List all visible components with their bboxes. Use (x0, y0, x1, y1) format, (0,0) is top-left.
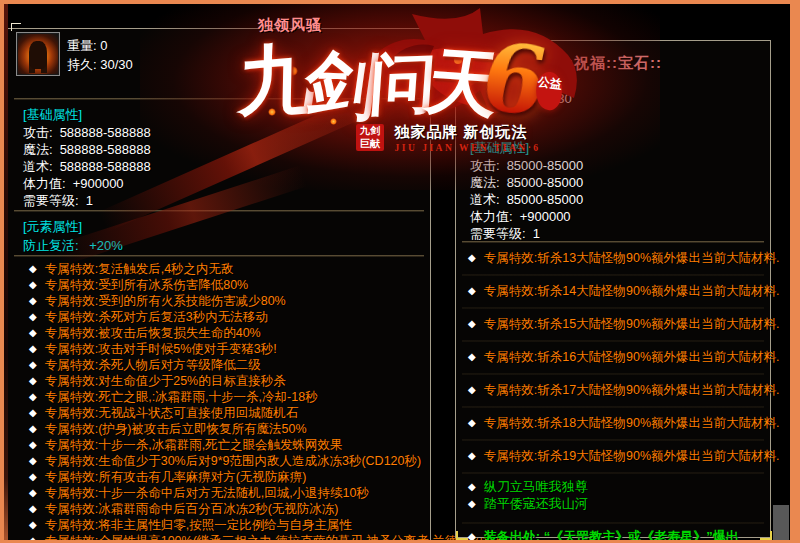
diamond-bullet-icon: ◆ (29, 471, 37, 482)
effect-line: ◆专属特效:斩杀15大陆怪物90%额外爆出当前大陆材料. (462, 309, 764, 342)
item-icon[interactable] (16, 32, 60, 76)
effect-line: ◆专属特效:斩杀13大陆怪物90%额外爆出当前大陆材料. (462, 243, 764, 276)
effect-text: 专属特效:十步一杀命中后对方无法随机,回城,小退持续10秒 (45, 486, 369, 500)
weight-line: 重量: 0 (506, 71, 546, 89)
diamond-bullet-icon: ◆ (29, 375, 37, 386)
slogan-line: ◆踏平倭寇还我山河 (462, 495, 764, 512)
element-attr-header: [元素属性] (23, 218, 82, 236)
effect-text: 专属特效:斩杀16大陆怪物90%额外爆出当前大陆材料. (484, 350, 780, 364)
element-stat-row: 防止复活: +20% (23, 237, 123, 255)
diamond-bullet-icon: ◆ (29, 391, 37, 402)
effect-text: 专属特效:受到的所有火系技能伤害减少80% (45, 294, 286, 308)
diamond-bullet-icon: ◆ (29, 455, 37, 466)
diamond-bullet-icon: ◆ (468, 384, 476, 395)
item-tooltip-right: 重量: 0 持久: 30/30 [基础属性] 攻击:85000-85000 魔法… (455, 40, 771, 538)
divider (14, 98, 424, 100)
stat-label: 道术: (23, 159, 53, 174)
stat-value: 85000-85000 (507, 192, 584, 207)
element-stat-value: +20% (89, 238, 123, 253)
base-attr-header: [基础属性] (23, 106, 82, 124)
stat-row: 攻击:588888-588888 (23, 124, 151, 142)
effect-text: 专属特效:死亡之眼,:冰霜群雨,十步一杀,冷却-18秒 (45, 390, 318, 404)
stat-row: 道术:85000-85000 (470, 191, 583, 209)
diamond-bullet-icon: ◆ (468, 351, 476, 362)
stat-value: 588888-588888 (60, 142, 151, 157)
effect-line: ◆专属特效:斩杀16大陆怪物90%额外爆出当前大陆材料. (462, 342, 764, 375)
slogan-line: ◆纵刀立马唯我独尊 (462, 478, 764, 495)
slogan-text: 踏平倭寇还我山河 (484, 496, 588, 511)
effect-text: 专属特效:十步一杀,冰霜群雨,死亡之眼会触发蛛网效果 (45, 438, 343, 452)
diamond-bullet-icon: ◆ (29, 423, 37, 434)
diamond-bullet-icon: ◆ (29, 359, 37, 370)
diamond-bullet-icon: ◆ (29, 311, 37, 322)
effect-text: 专属特效:斩杀17大陆怪物90%额外爆出当前大陆材料. (484, 383, 780, 397)
stat-value: 1 (86, 193, 93, 208)
effect-text: 专属特效:对生命值少于25%的目标直接秒杀 (45, 374, 286, 388)
panel-corner-mark (760, 531, 772, 540)
diamond-bullet-icon: ◆ (468, 450, 476, 461)
diamond-bullet-icon: ◆ (29, 519, 37, 530)
base-attr-header: [基础属性] (470, 139, 529, 157)
background-strip (4, 4, 8, 543)
stat-row: 道术:588888-588888 (23, 158, 151, 176)
diamond-bullet-icon: ◆ (29, 487, 37, 498)
diamond-bullet-icon: ◆ (29, 295, 37, 306)
frame-border-top (0, 0, 800, 4)
effect-text: 专属特效:杀死人物后对方等级降低二级 (45, 358, 261, 372)
diamond-bullet-icon: ◆ (29, 279, 37, 290)
demon-figure-icon (29, 41, 47, 69)
effect-text: 专属特效:斩杀19大陆怪物90%额外爆出当前大陆材料. (484, 449, 780, 463)
stat-value: 85000-85000 (507, 158, 584, 173)
slogan-block: ◆纵刀立马唯我独尊 ◆踏平倭寇还我山河 (462, 474, 764, 524)
divider (14, 210, 424, 212)
diamond-bullet-icon: ◆ (468, 498, 476, 509)
diamond-bullet-icon: ◆ (468, 252, 476, 263)
divider (14, 255, 424, 257)
background-ui-fragment (773, 505, 789, 543)
effect-list: ◆专属特效:斩杀13大陆怪物90%额外爆出当前大陆材料. ◆专属特效:斩杀14大… (462, 243, 764, 543)
diamond-bullet-icon: ◆ (29, 439, 37, 450)
effect-text: 专属特效:杀死对方后复活3秒内无法移动 (45, 310, 268, 324)
stat-label: 道术: (470, 192, 500, 207)
effect-line: ◆专属特效:斩杀17大陆怪物90%额外爆出当前大陆材料. (462, 375, 764, 408)
durability-line: 持久: 30/30 (506, 90, 572, 108)
effect-line: ◆专属特效:斩杀14大陆怪物90%额外爆出当前大陆材料. (462, 276, 764, 309)
effect-text: 专属特效:生命值少于30%后对9*9范围内敌人造成冰冻3秒(CD120秒) (45, 454, 421, 468)
effect-text: 专属特效:攻击对手时候5%使对手变猪3秒! (45, 342, 277, 356)
element-stat-label: 防止复活: (23, 238, 79, 253)
diamond-bullet-icon: ◆ (468, 481, 476, 492)
diamond-bullet-icon: ◆ (468, 285, 476, 296)
effect-line: ◆专属特效:斩杀19大陆怪物90%额外爆出当前大陆材料. (462, 441, 764, 474)
item-tooltip-left: 重量: 0 持久: 30/30 [基础属性] 攻击:588888-588888 … (7, 28, 431, 543)
effect-text: 专属特效:所有攻击有几率麻痹对方(无视防麻痹) (45, 470, 307, 484)
diamond-bullet-icon: ◆ (29, 343, 37, 354)
stat-label: 魔法: (23, 142, 53, 157)
stat-value: 85000-85000 (507, 175, 584, 190)
diamond-bullet-icon: ◆ (468, 417, 476, 428)
stat-label: 需要等级: (470, 226, 526, 241)
frame-border-left (0, 0, 4, 543)
panel-corner-mark (11, 23, 21, 31)
stat-row: 魔法:85000-85000 (470, 174, 583, 192)
effect-text: 专属特效:复活触发后,4秒之内无敌 (45, 262, 234, 276)
effect-text: 专属特效:斩杀14大陆怪物90%额外爆出当前大陆材料. (484, 284, 780, 298)
effect-text: 专属特效:受到所有冰系伤害降低80% (45, 278, 249, 292)
slogan-text: 纵刀立马唯我独尊 (484, 479, 588, 494)
effect-text: 专属特效:被攻击后恢复损失生命的40% (45, 326, 261, 340)
item-name-right: ::祝福::宝石:: (455, 54, 769, 73)
stat-value: 588888-588888 (60, 159, 151, 174)
effect-line: ◆专属特效:斩杀18大陆怪物90%额外爆出当前大陆材料. (462, 408, 764, 441)
durability-line: 持久: 30/30 (67, 56, 133, 74)
item-name-left: 独领风骚 (220, 16, 360, 35)
effect-text: 专属特效:无视战斗状态可直接使用回城随机石 (45, 406, 298, 420)
diamond-bullet-icon: ◆ (29, 263, 37, 274)
stat-value: +900000 (73, 176, 124, 191)
effect-text: 专属特效:冰霜群雨命中后百分百冰冻2秒(无视防冰冻) (45, 502, 339, 516)
diamond-bullet-icon: ◆ (29, 327, 37, 338)
diamond-bullet-icon: ◆ (29, 503, 37, 514)
stat-label: 体力值: (470, 209, 513, 224)
stat-row: 魔法:588888-588888 (23, 141, 151, 159)
stat-label: 需要等级: (23, 193, 79, 208)
effect-text: 专属特效:斩杀15大陆怪物90%额外爆出当前大陆材料. (484, 317, 780, 331)
weight-line: 重量: 0 (67, 37, 107, 55)
